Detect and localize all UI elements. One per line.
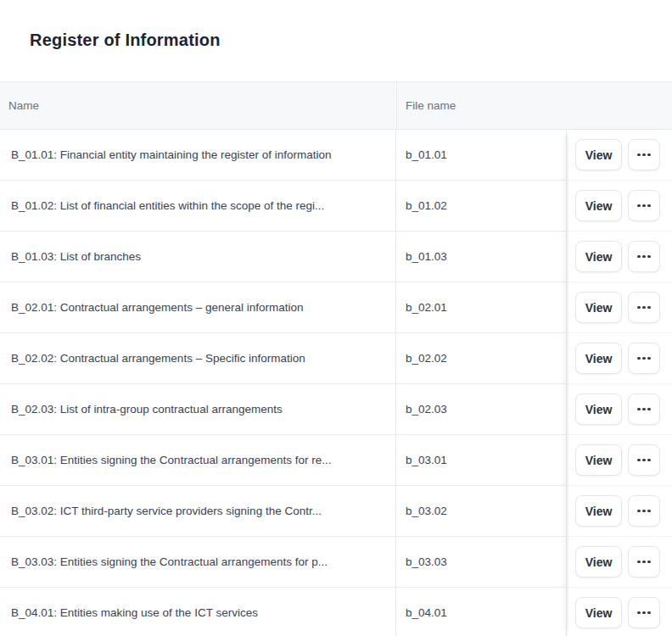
row-name-cell: B_03.03: Entities signing the Contractua… [0,537,396,587]
view-button[interactable]: View [575,292,622,323]
row-name-cell: B_02.01: Contractual arrangements – gene… [0,282,396,332]
row-name-cell: B_04.01: Entities making use of the ICT … [0,588,396,636]
table-body: B_01.01: Financial entity maintaining th… [0,130,567,636]
view-button[interactable]: View [575,139,622,170]
more-options-button[interactable] [628,444,660,476]
row-actions: View [568,181,672,232]
table-row: B_03.02: ICT third-party service provide… [0,486,567,537]
ellipsis-icon [636,306,652,310]
view-button[interactable]: View [575,495,622,527]
row-name-cell: B_02.03: List of intra-group contractual… [0,384,396,434]
row-actions: View [568,232,672,282]
table-row: B_02.03: List of intra-group contractual… [0,384,567,435]
ellipsis-icon [636,459,652,462]
page-title: Register of Information [30,31,221,50]
view-button[interactable]: View [575,190,622,221]
row-name-cell: B_01.03: List of branches [0,232,396,282]
ellipsis-icon [636,255,652,259]
view-button[interactable]: View [575,343,622,374]
table-row: B_04.01: Entities making use of the ICT … [0,588,567,636]
ellipsis-icon [636,153,652,157]
ellipsis-icon [636,611,652,615]
row-name-cell: B_01.02: List of financial entities with… [0,181,396,231]
row-name-cell: B_01.01: Financial entity maintaining th… [0,130,396,180]
row-actions: View [568,130,672,181]
more-options-button[interactable] [628,139,660,170]
more-options-button[interactable] [628,597,660,628]
row-file-name-cell: b_03.01 [396,435,567,485]
more-options-button[interactable] [628,241,660,272]
view-button[interactable]: View [575,393,622,425]
row-file-name-cell: b_02.01 [396,282,567,332]
row-file-name-cell: b_04.01 [396,588,567,636]
more-options-button[interactable] [628,546,660,577]
row-actions: View [568,282,672,333]
row-file-name-cell: b_02.02 [396,333,567,383]
row-actions: View [568,384,672,435]
row-name-cell: B_03.01: Entities signing the Contractua… [0,435,396,485]
table-row: B_01.01: Financial entity maintaining th… [0,130,567,181]
view-button[interactable]: View [575,597,622,628]
view-button[interactable]: View [575,444,622,476]
table-row: B_03.03: Entities signing the Contractua… [0,537,567,588]
view-button[interactable]: View [575,546,622,577]
ellipsis-icon [636,561,652,564]
row-actions: View [568,486,672,537]
row-file-name-cell: b_02.03 [396,384,567,434]
row-file-name-cell: b_03.03 [396,537,567,587]
row-actions: View [568,588,672,636]
column-header-file-name: File name [406,82,456,129]
table-row: B_02.02: Contractual arrangements – Spec… [0,333,567,384]
table-row: B_01.03: List of branches b_01.03 [0,232,567,282]
ellipsis-icon [636,408,652,411]
row-file-name-cell: b_01.02 [396,181,567,231]
table-header: Name File name [0,81,672,130]
row-file-name-cell: b_03.02 [396,486,567,536]
ellipsis-icon [636,357,652,360]
column-divider [396,82,397,129]
row-name-cell: B_02.02: Contractual arrangements – Spec… [0,333,396,383]
more-options-button[interactable] [628,393,660,425]
table-row: B_02.01: Contractual arrangements – gene… [0,282,567,333]
ellipsis-icon [636,510,652,513]
row-actions: View [568,333,672,384]
table-row: B_03.01: Entities signing the Contractua… [0,435,567,486]
ellipsis-icon [636,204,652,208]
column-header-name: Name [8,82,39,129]
more-options-button[interactable] [628,292,660,323]
table-row: B_01.02: List of financial entities with… [0,181,567,232]
register-of-information-page: Register of Information Name File name B… [0,0,672,636]
more-options-button[interactable] [628,495,660,527]
row-name-cell: B_03.02: ICT third-party service provide… [0,486,396,536]
actions-column: View View View View View View Vi [568,130,672,636]
more-options-button[interactable] [628,190,660,221]
row-actions: View [568,435,672,486]
row-file-name-cell: b_01.01 [396,130,567,180]
row-actions: View [568,537,672,588]
more-options-button[interactable] [628,343,660,374]
view-button[interactable]: View [575,241,622,272]
row-file-name-cell: b_01.03 [396,232,567,282]
